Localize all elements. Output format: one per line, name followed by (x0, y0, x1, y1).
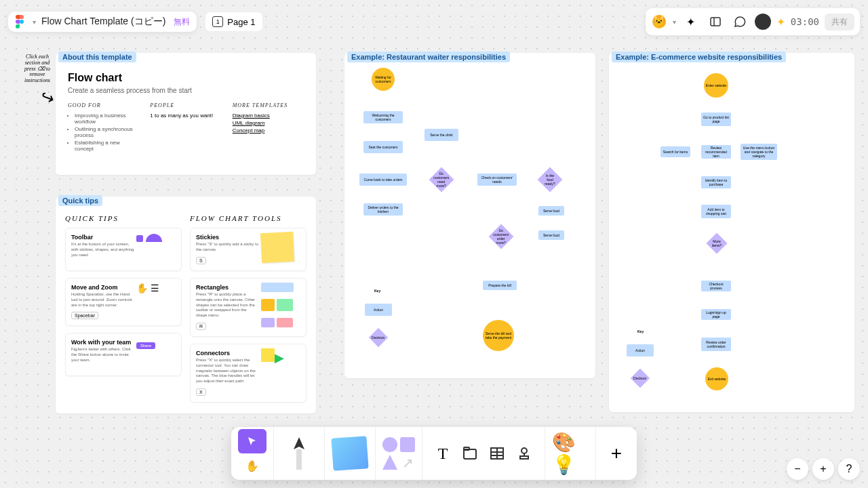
flow-restaurant[interactable]: Example: Restaurant waiter responsibilit… (344, 53, 595, 378)
doc-header[interactable]: ▾ Flow Chart Template (コピー) 無料 (8, 12, 197, 32)
zoom-out-button[interactable]: − (787, 458, 808, 480)
widgets-tool[interactable]: 🎨💡 (552, 435, 589, 472)
about-frame[interactable]: About this template Flow chart Create a … (56, 53, 316, 175)
page-icon: 1 (212, 16, 223, 27)
frame-label: Example: E-commerce website responsibili… (612, 52, 786, 62)
canvas[interactable]: Click each section and press ⌫ to remove… (0, 0, 868, 488)
presence-avatar[interactable] (755, 14, 771, 30)
text-tool[interactable]: T (429, 440, 456, 467)
help-button[interactable]: ? (838, 458, 860, 480)
zoom-controls: − + ? (787, 458, 860, 480)
doc-title[interactable]: Flow Chart Template (コピー) (41, 16, 165, 28)
about-subtitle: Create a seamless process from the start (68, 87, 304, 94)
share-button[interactable]: 共有 (825, 14, 854, 30)
tip-stickies: Stickies Press "S" to quickly add a stic… (190, 228, 307, 271)
panel-icon[interactable] (706, 12, 725, 31)
svg-point-10 (521, 448, 527, 453)
stamp-tool[interactable] (511, 440, 538, 467)
svg-rect-4 (464, 449, 476, 459)
good-for-list: Improving a business workflow Outlining … (68, 113, 139, 152)
sticky-tool[interactable] (332, 435, 368, 472)
svg-rect-1 (711, 18, 720, 26)
comment-icon[interactable] (730, 12, 749, 31)
user-avatar[interactable]: 🐱 (651, 14, 667, 30)
tip-toolbar: Toolbar It's at the bottom of your scree… (65, 228, 182, 271)
frame-label: Quick tips (58, 195, 102, 206)
timer[interactable]: 03:00 (791, 16, 819, 27)
svg-rect-3 (296, 449, 302, 470)
zoom-in-button[interactable]: + (812, 458, 834, 480)
sparkle-icon[interactable]: ✦ (682, 12, 701, 31)
table-tool[interactable] (484, 440, 511, 467)
add-tool[interactable]: + (603, 440, 630, 467)
tips-frame[interactable]: Quick tips Quick Tips Toolbar It's at th… (56, 197, 316, 413)
shapes-tool[interactable]: ↗ (382, 437, 415, 470)
frame-label: About this template (58, 52, 136, 62)
tip-team: Work with your team FigJam's better with… (65, 333, 182, 376)
tip-move: Move and Zoom Holding Spacebar, use the … (65, 278, 182, 326)
tip-connectors: Connectors Press "X" to quickly select t… (190, 344, 307, 403)
hand-tool[interactable]: ✋ (238, 453, 267, 478)
top-bar: ▾ Flow Chart Template (コピー) 無料 1 Page 1 … (8, 8, 860, 35)
frame-label: Example: Restaurant waiter responsibilit… (347, 52, 510, 62)
chevron-down-icon[interactable]: ▾ (673, 18, 676, 26)
flow-ecommerce[interactable]: Example: E-commerce website responsibili… (609, 53, 854, 412)
bottom-toolbar: ✋ ↗ T 🎨💡 + (231, 427, 637, 480)
chevron-down-icon[interactable]: ▾ (33, 18, 36, 26)
figma-icon[interactable] (15, 16, 27, 28)
svg-point-0 (20, 20, 24, 24)
top-right-controls: 🐱 ▾ ✦ ✦ 03:00 共有 (646, 8, 860, 35)
free-badge: 無料 (174, 16, 190, 28)
hint-text: Click each section and press ⌫ to remove… (20, 54, 54, 84)
page-selector[interactable]: 1 Page 1 (205, 12, 262, 32)
section-tool[interactable] (456, 440, 484, 467)
about-title: Flow chart (68, 72, 304, 84)
pen-tool[interactable] (281, 435, 317, 472)
select-tool[interactable] (238, 429, 267, 453)
hint-arrow-icon: ↪ (38, 86, 57, 108)
tip-rectangles: Rectangles Press "R" to quickly place a … (190, 278, 307, 337)
